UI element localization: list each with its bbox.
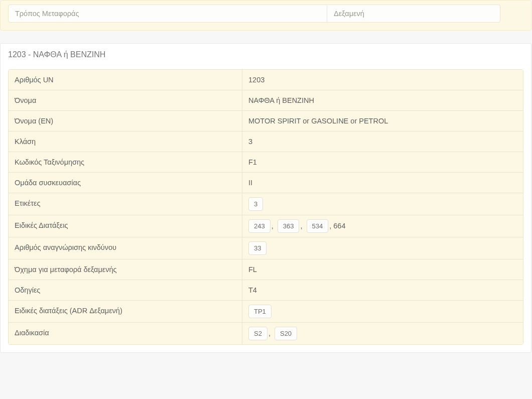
row-value: T4 (242, 280, 523, 300)
row-value: TP1 (242, 300, 523, 322)
row-label: Κλάση (9, 131, 242, 152)
row-value: II (242, 172, 523, 193)
page-title: 1203 - ΝΑΦΘΑ ή BENZINH (1, 44, 531, 66)
row-value: 3 (242, 193, 523, 215)
value-badge[interactable]: 243 (248, 219, 271, 233)
value-badge[interactable]: 33 (248, 241, 267, 255)
row-value: MOTOR SPIRIT or GASOLINE or PETROL (242, 110, 523, 131)
row-label: Όνομα (EN) (9, 110, 242, 131)
table-row: Ειδικές Διατάξεις243, 363, 534, 664 (9, 215, 523, 237)
table-row: ΔιαδικασίαS2, S20 (9, 322, 523, 344)
row-label: Οδηγίες (9, 280, 242, 300)
row-label: Κωδικός Ταξινόμησης (9, 152, 242, 172)
row-label: Ετικέτες (9, 193, 242, 215)
main-panel: 1203 - ΝΑΦΘΑ ή BENZINH Αριθμός UN1203Όνο… (0, 43, 531, 353)
row-value: FL (242, 259, 523, 280)
table-row: Κλάση3 (9, 131, 523, 152)
row-value: 3 (242, 131, 523, 152)
separator: , (272, 222, 276, 230)
value-badge[interactable]: 534 (307, 219, 329, 233)
table-row: Κωδικός ΤαξινόμησηςF1 (9, 152, 523, 172)
value-badge[interactable]: 363 (278, 219, 300, 233)
row-value: 33 (242, 237, 523, 259)
value-badge[interactable]: 3 (248, 197, 263, 211)
table-row: Όχημα για μεταφορά δεξαμενήςFL (9, 259, 523, 280)
table-row: Ομάδα συσκευασίαςII (9, 172, 523, 193)
transport-mode-label: Τρόπος Μεταφοράς (8, 5, 327, 23)
table-row: Αριθμός UN1203 (9, 70, 523, 90)
table-row: ΟδηγίεςT4 (9, 280, 523, 300)
row-label: Ομάδα συσκευασίας (9, 172, 242, 193)
value-text: , 664 (329, 222, 345, 230)
table-row: Ειδικές διατάξεις (ADR Δεξαμενή)TP1 (9, 300, 523, 322)
transport-mode-value: Δεξαμενή (327, 5, 500, 23)
value-badge[interactable]: S20 (275, 327, 297, 340)
top-panel: Τρόπος Μεταφοράς Δεξαμενή (0, 0, 531, 31)
row-label: Αριθμός UN (9, 70, 242, 90)
row-label: Αριθμός αναγνώρισης κινδύνου (9, 237, 242, 259)
value-badge[interactable]: S2 (248, 327, 268, 340)
table-row: Ετικέτες3 (9, 193, 523, 215)
table-row: Όνομα (EN)MOTOR SPIRIT or GASOLINE or PE… (9, 110, 523, 131)
row-label: Ειδικές Διατάξεις (9, 215, 242, 237)
table-row: Αριθμός αναγνώρισης κινδύνου33 (9, 237, 523, 259)
details-table: Αριθμός UN1203ΌνομαΝΑΦΘΑ ή BENZINHΌνομα … (8, 69, 523, 345)
separator: , (269, 329, 273, 337)
separator: , (300, 222, 304, 230)
row-value: ΝΑΦΘΑ ή BENZINH (242, 90, 523, 110)
row-value: F1 (242, 152, 523, 172)
row-value: 1203 (242, 70, 523, 90)
row-value: 243, 363, 534, 664 (242, 215, 523, 237)
row-label: Όνομα (9, 90, 242, 110)
value-badge[interactable]: TP1 (248, 305, 272, 318)
row-label: Διαδικασία (9, 322, 242, 344)
table-row: ΌνομαΝΑΦΘΑ ή BENZINH (9, 90, 523, 110)
row-value: S2, S20 (242, 322, 523, 344)
row-label: Ειδικές διατάξεις (ADR Δεξαμενή) (9, 300, 242, 322)
row-label: Όχημα για μεταφορά δεξαμενής (9, 259, 242, 280)
